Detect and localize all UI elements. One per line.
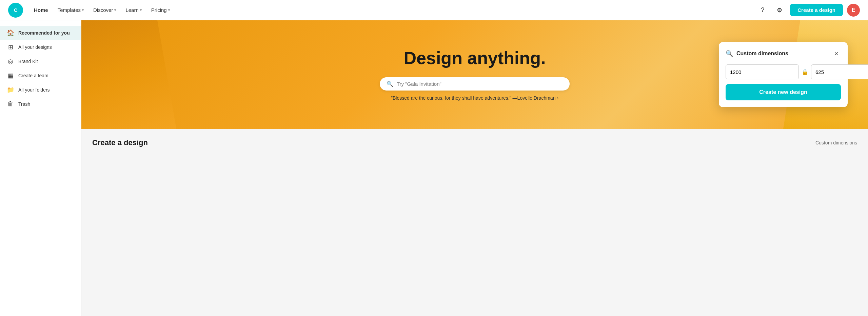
nav-home[interactable]: Home [30,4,52,16]
canva-logo[interactable]: C [8,3,23,18]
hero-search-input[interactable] [397,81,563,87]
trash-icon: 🗑 [7,100,14,107]
sidebar-item-create-team[interactable]: ▦ Create a team [0,68,81,83]
hero-deco-left [81,20,176,129]
home-icon: 🏠 [7,29,14,37]
settings-button[interactable]: ⚙ [773,4,786,17]
nav-discover[interactable]: Discover ▾ [89,4,120,16]
sidebar-item-trash[interactable]: 🗑 Trash [0,97,81,111]
sidebar-item-all-designs[interactable]: ⊞ All your designs [0,40,81,54]
custom-dimensions-panel: 🔍 Custom dimensions ✕ 🔒 px ▾ Create new … [719,42,848,107]
hero-quote: "Blessed are the curious, for they shall… [391,95,558,101]
close-icon: ✕ [834,51,839,57]
folder-icon: 📁 [7,86,14,94]
cdp-title: Custom dimensions [736,51,828,57]
cdp-height-input[interactable] [811,64,868,79]
svg-text:C: C [14,7,17,13]
grid-icon: ⊞ [7,43,14,51]
custom-dimensions-link[interactable]: Custom dimensions [815,140,857,145]
pricing-chevron-icon: ▾ [168,8,170,12]
section-title: Create a design [92,138,148,147]
sidebar-item-brand-kit[interactable]: ◎ Brand Kit [0,54,81,68]
hero-search-bar: 🔍 [380,77,570,91]
cdp-close-button[interactable]: ✕ [831,49,841,58]
cdp-header: 🔍 Custom dimensions ✕ [726,49,841,58]
hero-quote-link[interactable]: "Blessed are the curious, for they shall… [391,95,558,101]
sidebar-item-all-folders[interactable]: 📁 All your folders [0,83,81,97]
settings-icon: ⚙ [777,6,782,14]
main-layout: 🏠 Recommended for you ⊞ All your designs… [0,20,868,316]
create-design-button[interactable]: Create a design [790,4,843,16]
cdp-search-icon: 🔍 [726,50,733,57]
topnav: C Home Templates ▾ Discover ▾ Learn ▾ Pr… [0,0,868,20]
hero-title: Design anything. [380,48,570,68]
templates-chevron-icon: ▾ [82,8,84,12]
cdp-width-input[interactable] [726,64,799,79]
section-header: Create a design Custom dimensions [81,129,868,153]
hero-search-icon: 🔍 [387,81,393,87]
user-avatar[interactable]: E [847,4,860,17]
hero-text: Design anything. 🔍 [380,48,570,91]
main-content: Design anything. 🔍 "Blessed are the curi… [81,20,868,316]
learn-chevron-icon: ▾ [140,8,142,12]
cdp-inputs: 🔒 px ▾ [726,64,841,79]
brand-icon: ◎ [7,58,14,65]
help-icon: ? [761,6,764,14]
lock-icon: 🔒 [802,69,808,75]
nav-pricing[interactable]: Pricing ▾ [147,4,174,16]
sidebar: 🏠 Recommended for you ⊞ All your designs… [0,20,81,316]
topnav-right: ? ⚙ Create a design E [756,4,860,17]
nav-links: Home Templates ▾ Discover ▾ Learn ▾ Pric… [30,4,756,16]
team-icon: ▦ [7,72,14,79]
cdp-create-button[interactable]: Create new design [726,84,841,100]
help-button[interactable]: ? [756,4,769,17]
sidebar-item-recommended[interactable]: 🏠 Recommended for you [0,26,81,40]
discover-chevron-icon: ▾ [114,8,116,12]
nav-templates[interactable]: Templates ▾ [54,4,88,16]
nav-learn[interactable]: Learn ▾ [121,4,145,16]
